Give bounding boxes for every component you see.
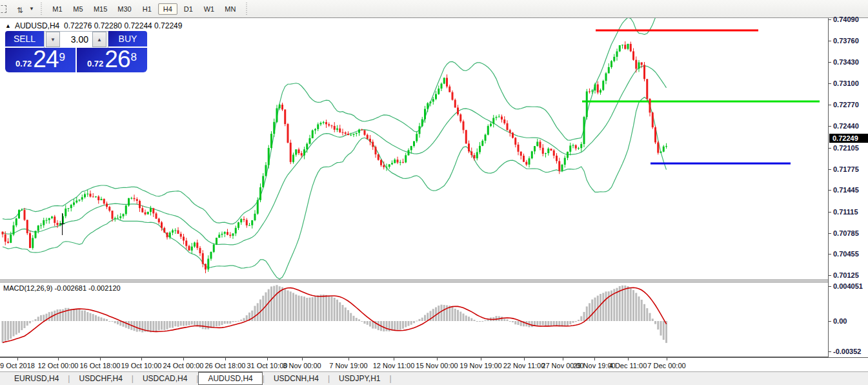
time-tick — [628, 358, 629, 360]
volume-down-button[interactable]: ▼ — [46, 32, 60, 47]
price-axis-label: 0.70785 — [833, 229, 859, 237]
time-axis-label: 7 Nov 19:00 — [329, 362, 367, 369]
bid-price-button[interactable]: 0.72 24 9 — [5, 48, 76, 72]
price-axis-label: 0.72440 — [833, 122, 859, 130]
time-axis-label: 22 Nov 11:00 — [503, 362, 545, 369]
selection-box-icon[interactable] — [3, 4, 14, 14]
timeframe-button-d1[interactable]: D1 — [179, 3, 198, 15]
price-axis-label: 0.72770 — [833, 101, 859, 109]
price-tick — [829, 233, 831, 234]
timeframe-button-mn[interactable]: MN — [220, 3, 240, 15]
price-axis-label: 0.70455 — [833, 250, 859, 258]
price-tick — [829, 254, 831, 255]
timeframe-button-m30[interactable]: M30 — [113, 3, 136, 15]
timeframe-button-m5[interactable]: M5 — [68, 3, 88, 15]
price-axis-label: 0.71115 — [833, 208, 858, 216]
toolbar-separator — [40, 3, 43, 16]
new-order-icon[interactable]: ⇅ — [17, 4, 28, 14]
time-tick — [524, 358, 525, 360]
timeframe-button-m1[interactable]: M1 — [48, 3, 67, 15]
volume-up-button[interactable]: ▲ — [92, 32, 106, 47]
ask-price-button[interactable]: 0.72 26 8 — [77, 48, 147, 72]
time-tick — [141, 358, 142, 360]
timeframe-button-m15[interactable]: M15 — [89, 3, 112, 15]
chart-window: 0.740900.737600.734300.731000.727700.724… — [0, 18, 868, 371]
price-axis-label: 0.71445 — [833, 186, 859, 194]
chart-tab-usdcnh-h4[interactable]: USDCNH,H4 — [265, 372, 328, 385]
time-axis-label: 7 Dec 00:00 — [647, 362, 685, 369]
dropdown-caret-icon[interactable]: ▼ — [29, 6, 34, 12]
price-tick — [829, 126, 831, 127]
macd-axis-tick — [829, 286, 831, 287]
price-axis-label: 0.72105 — [833, 144, 859, 152]
price-tick — [829, 41, 831, 41]
chart-tab-audusd-h4[interactable]: AUDUSD,H4 — [198, 371, 262, 385]
price-tick — [829, 212, 831, 213]
time-axis-label: 24 Oct 00:00 — [163, 362, 204, 369]
time-axis-label: 26 Oct 18:00 — [205, 362, 246, 369]
crosshair-cursor — [62, 213, 63, 235]
price-tick — [829, 105, 831, 105]
current-price-badge: 0.72249 — [829, 134, 868, 143]
price-tick — [829, 275, 831, 276]
timeframe-button-w1[interactable]: W1 — [199, 3, 219, 15]
time-tick — [563, 358, 563, 360]
time-tick — [667, 358, 667, 360]
macd-axis-label: 0.00 — [833, 317, 847, 325]
chart-header: ▲ AUDUSD,H4 0.72276 0.72280 0.72244 0.72… — [5, 21, 182, 30]
macd-axis-label: -0.00352 — [833, 348, 861, 355]
price-axis-label: 0.73100 — [833, 79, 859, 87]
chart-tab-usdchf-h4[interactable]: USDCHF,H4 — [70, 372, 131, 385]
ask-price-big: 26 — [105, 48, 130, 70]
timeframe-button-h1[interactable]: H1 — [137, 3, 157, 15]
time-axis-label: 12 Nov 11:00 — [373, 362, 415, 369]
time-tick — [225, 358, 226, 360]
price-axis-label: 0.71775 — [833, 165, 859, 173]
price-tick — [829, 62, 831, 63]
price-axis-label: 0.73430 — [833, 58, 859, 66]
time-axis[interactable]: 9 Oct 201812 Oct 00:0016 Oct 18:0019 Oct… — [0, 357, 868, 371]
time-axis-label: 4 Dec 11:00 — [609, 362, 647, 369]
chart-tab-usdcad-h4[interactable]: USDCAD,H4 — [134, 372, 196, 385]
bid-price-big: 24 — [33, 48, 58, 70]
terminal-window: ⇅ ▼ M1M5M15M30H1H4D1W1MN 0.740900.737600… — [0, 0, 868, 385]
price-tick — [829, 190, 831, 191]
toolbar-separator — [245, 3, 248, 16]
macd-chart[interactable] — [0, 282, 828, 357]
macd-indicator-label: MACD(12,26,9) -0.002681 -0.002120 — [3, 284, 121, 292]
time-tick — [17, 358, 18, 360]
time-axis-label: 12 Oct 00:00 — [38, 362, 79, 369]
time-tick — [394, 358, 394, 360]
timeframe-button-h4[interactable]: H4 — [158, 3, 177, 15]
time-tick — [183, 358, 184, 360]
time-axis-label: 15 Nov 00:00 — [416, 362, 458, 369]
collapse-triangle-icon[interactable]: ▲ — [5, 23, 11, 29]
time-axis-label: 31 Oct 10:00 — [247, 362, 288, 369]
macd-axis-label: 0.004051 — [833, 282, 863, 290]
price-axis[interactable]: 0.740900.737600.734300.731000.727700.724… — [828, 18, 868, 357]
ask-price-prefix: 0.72 — [87, 57, 103, 70]
time-axis-label: 3 Nov 00:00 — [283, 362, 321, 369]
toolbar: ⇅ ▼ M1M5M15M30H1H4D1W1MN — [0, 0, 868, 18]
time-tick — [58, 358, 59, 360]
price-tick — [829, 169, 831, 170]
chart-title: AUDUSD,H4 0.72276 0.72280 0.72244 0.7224… — [15, 21, 183, 30]
price-tick — [829, 83, 831, 84]
time-axis-label: 9 Oct 2018 — [0, 362, 35, 369]
ask-price-pip: 8 — [131, 48, 137, 67]
macd-axis-tick — [829, 351, 831, 352]
chart-tab-eurusd-h4[interactable]: EURUSD,H4 — [5, 372, 68, 385]
chart-tab-usdjpy-h1[interactable]: USDJPY,H1 — [330, 372, 389, 385]
price-tick — [829, 19, 831, 20]
bid-price-pip: 9 — [59, 48, 65, 67]
chart-tab-bar: EURUSD,H4|USDCHF,H4|USDCAD,H4|AUDUSD,H4|… — [0, 371, 868, 385]
macd-axis-tick — [829, 321, 831, 322]
time-tick — [267, 358, 268, 360]
time-tick — [481, 358, 481, 360]
time-axis-label: 19 Nov 19:00 — [459, 362, 501, 369]
time-tick — [302, 358, 303, 360]
price-axis-label: 0.73760 — [833, 37, 859, 45]
volume-input[interactable] — [60, 32, 92, 47]
time-tick — [348, 358, 349, 360]
one-click-trading-panel: SELL ▼ ▲ BUY 0.72 24 9 0.72 26 8 — [5, 31, 147, 72]
